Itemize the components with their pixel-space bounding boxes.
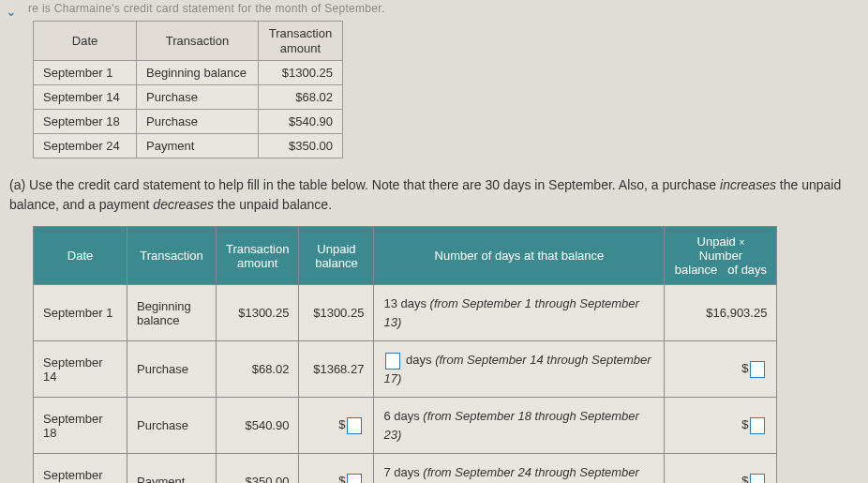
product-input[interactable] (750, 361, 765, 378)
stmt-hdr-amt: Transaction amount (259, 22, 343, 61)
hdr-days: Number of days at that balance (374, 227, 665, 285)
table-row: September 18 Purchase $540.90 $ 6 days (… (34, 398, 777, 454)
product-input[interactable] (750, 474, 765, 483)
hdr-bal: Unpaid balance (299, 227, 374, 285)
hdr-amt: Transaction amount (217, 227, 299, 285)
worksheet-table: Date Transaction Transaction amount Unpa… (33, 226, 777, 483)
chevron-down-icon[interactable]: ⌄ (6, 4, 17, 19)
hdr-prod: Unpaid × Number balance of days (665, 227, 777, 285)
product-input[interactable] (750, 417, 765, 434)
balance-input[interactable] (347, 417, 362, 434)
table-row: September 1 Beginning balance $1300.25 $… (34, 285, 777, 341)
context-text: re is Charmaine's credit card statement … (0, 0, 868, 15)
stmt-hdr-trans: Transaction (137, 22, 259, 61)
statement-table: Date Transaction Transaction amount Sept… (33, 21, 343, 158)
hdr-trans: Transaction (127, 227, 217, 285)
table-row: September 1 Beginning balance $1300.25 (34, 61, 343, 85)
balance-input[interactable] (347, 474, 362, 483)
table-row: September 14 Purchase $68.02 $1368.27 da… (34, 341, 777, 398)
table-row: September 24 Payment $350.00 $ 7 days (f… (34, 454, 777, 483)
hdr-date: Date (34, 227, 127, 285)
stmt-hdr-date: Date (34, 22, 137, 61)
days-input[interactable] (385, 353, 400, 370)
table-row: September 24 Payment $350.00 (34, 134, 343, 158)
table-row: September 14 Purchase $68.02 (34, 85, 343, 110)
table-row: September 18 Purchase $540.90 (34, 110, 343, 134)
question-text: (a) Use the credit card statement to hel… (9, 175, 859, 215)
